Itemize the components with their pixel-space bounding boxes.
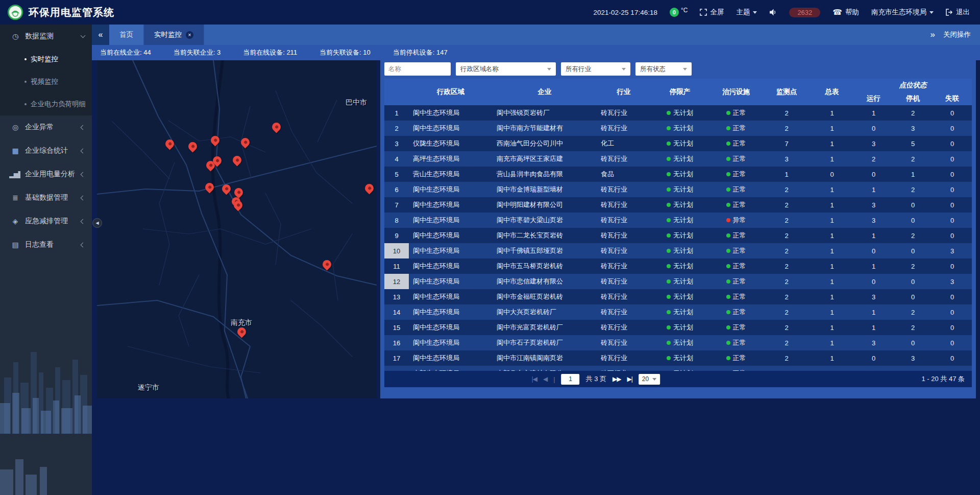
table-row-15[interactable]: 15阆中生态环境局阆中市光富页岩机砖厂砖瓦行业无计划正常21120 [384, 320, 972, 335]
table-row-10[interactable]: 10阆中生态环境局阆中千佛镇五郎垭页岩砖瓦行业无计划正常21003 [384, 243, 972, 258]
org-dropdown[interactable]: 南充市生态环境局 [871, 8, 934, 17]
cell-facility: 正常 [709, 335, 763, 350]
cell-company: 营山县润丰肉食品有限 [493, 167, 597, 182]
sidebar-item-3[interactable]: ▂▅▇企业用电量分析 [0, 162, 92, 186]
alarm-speaker-button[interactable] [769, 9, 777, 16]
close-operations-button[interactable]: 关闭操作 [943, 30, 971, 39]
chevron-left-icon [81, 125, 86, 130]
sidebar-item-1[interactable]: ◎企业异常 [0, 115, 92, 139]
cell-points: 2 [763, 258, 810, 274]
table-row-1[interactable]: 1阆中生态环境局阆中强锐页岩砖厂砖瓦行业无计划正常21120 [384, 105, 972, 121]
cell-points: 2 [763, 197, 810, 213]
table-row-13[interactable]: 13阆中生态环境局阆中市金福旺页岩机砖砖瓦行业无计划正常21300 [384, 289, 972, 304]
table-row-6[interactable]: 6阆中生态环境局阆中市金博瑞新型墙材砖瓦行业无计划正常21120 [384, 182, 972, 197]
help-label: 帮助 [845, 8, 859, 17]
chart-icon: ▂▅▇ [9, 170, 20, 178]
cell-offline: 0 [933, 335, 972, 350]
tab-close-icon[interactable]: × [186, 31, 193, 39]
alarm-count-badge[interactable]: 2632 [789, 8, 820, 17]
logout-button[interactable]: 退出 [946, 8, 970, 17]
name-filter-input[interactable] [384, 62, 451, 76]
cell-company: 阆中强锐页岩砖厂 [493, 105, 597, 121]
cell-running: 3 [854, 289, 893, 304]
sidebar-subitem-0-2[interactable]: 企业电力负荷明细 [0, 93, 92, 115]
header-stopped: 停机 [893, 92, 933, 105]
cell-region: 阆中生态环境局 [409, 228, 493, 243]
status-dot-green [667, 187, 671, 192]
cell-company: 阆中明阳建材有限公司 [493, 197, 597, 213]
cell-running: 0 [854, 167, 893, 182]
table-row-3[interactable]: 3仪陇生态环境局西南油气田分公司川中化工无计划正常71350 [384, 136, 972, 151]
sidebar-group-3: ▂▅▇企业用电量分析 [0, 162, 92, 186]
cell-running: 3 [854, 213, 893, 228]
table-row-12[interactable]: 12阆中生态环境局阆中市忠信建材有限公砖瓦行业无计划正常21003 [384, 274, 972, 289]
cell-facility: 正常 [709, 366, 763, 371]
sidebar-item-4[interactable]: ≣基础数据管理 [0, 186, 92, 209]
cell-meter: 1 [810, 320, 854, 335]
status-dot-green [726, 341, 730, 345]
sidebar-item-2[interactable]: ▦企业综合统计 [0, 139, 92, 162]
table-row-8[interactable]: 8阆中生态环境局阆中市枣碧大梁山页岩砖瓦行业无计划异常21300 [384, 213, 972, 228]
log-icon: ▤ [9, 241, 20, 249]
tabs-scroll-right-button[interactable]: » [930, 30, 935, 40]
chevron-left-icon [81, 219, 86, 224]
temperature-widget: 0 °C [670, 8, 688, 17]
city-skyline-decoration-2 [0, 454, 92, 495]
table-row-14[interactable]: 14阆中生态环境局阆中大兴页岩机砖厂砖瓦行业无计划正常21120 [384, 304, 972, 320]
cell-region: 阆中生态环境局 [409, 258, 493, 274]
prev-page-button[interactable]: ◀ [543, 375, 547, 383]
cell-stopped: 2 [893, 320, 933, 335]
cell-points: 2 [763, 213, 810, 228]
sidebar-item-5[interactable]: ◈应急减排管理 [0, 209, 92, 233]
cell-stopped: 2 [893, 182, 933, 197]
status-filter-select[interactable]: 所有状态 [635, 62, 692, 76]
cell-region: 阆中生态环境局 [409, 289, 493, 304]
cell-running: 1 [854, 320, 893, 335]
sidebar-subitem-0-1[interactable]: 视频监控 [0, 70, 92, 93]
map-panel[interactable]: 巴中市南充市遂宁市 [97, 60, 377, 398]
row-index: 11 [384, 258, 409, 274]
cell-running: 3 [854, 335, 893, 350]
tab-home[interactable]: 首页 [109, 25, 144, 45]
sidebar-subitem-0-0[interactable]: 实时监控 [0, 48, 92, 70]
table-row-2[interactable]: 2阆中生态环境局阆中市南方节能建材有砖瓦行业无计划正常21030 [384, 121, 972, 136]
sidebar-item-0[interactable]: ◷数据监测 [0, 25, 92, 48]
page-number-input[interactable] [561, 374, 580, 385]
status-dot-green [667, 142, 671, 146]
page-size-select[interactable]: 20 [639, 374, 660, 385]
table-row-18[interactable]: 18南部生态环境局南部县东方建材有限公砖瓦行业无计划正常21030 [384, 366, 972, 371]
first-page-button[interactable]: |◀ [532, 375, 537, 383]
industry-filter-select[interactable]: 所有行业 [561, 62, 630, 76]
cell-points: 2 [763, 320, 810, 335]
table-row-4[interactable]: 4高坪生态环境局南充市高坪区王家店建砖瓦行业无计划正常31220 [384, 151, 972, 167]
table-row-9[interactable]: 9阆中生态环境局阆中市二龙长宝页岩砖砖瓦行业无计划正常21120 [384, 228, 972, 243]
cell-industry: 砖瓦行业 [597, 350, 651, 366]
status-dot-green [667, 157, 671, 161]
table-row-5[interactable]: 5营山生态环境局营山县润丰肉食品有限食品无计划正常10010 [384, 167, 972, 182]
industry-filter-value: 所有行业 [566, 65, 591, 74]
table-row-7[interactable]: 7阆中生态环境局阆中明阳建材有限公司砖瓦行业无计划正常21300 [384, 197, 972, 213]
fullscreen-button[interactable]: 全屏 [700, 8, 724, 17]
cell-industry: 砖瓦行业 [597, 243, 651, 258]
last-page-button[interactable]: ▶| [627, 375, 632, 383]
status-dot-green [726, 249, 730, 253]
status-dot-green [667, 264, 671, 268]
table-row-16[interactable]: 16阆中生态环境局阆中市石子页岩机砖厂砖瓦行业无计划正常21300 [384, 335, 972, 350]
cell-offline: 0 [933, 151, 972, 167]
sidebar-item-6[interactable]: ▤日志查看 [0, 233, 92, 256]
region-filter-select[interactable]: 行政区域名称 [456, 62, 556, 76]
theme-dropdown[interactable]: 主题 [736, 8, 757, 17]
cell-offline: 0 [933, 197, 972, 213]
next-page-button[interactable]: ▶▶ [612, 375, 621, 383]
row-index: 3 [384, 136, 409, 151]
tab-realtime-monitor[interactable]: 实时监控 × [144, 25, 204, 45]
help-button[interactable]: ☎ 帮助 [832, 8, 859, 17]
tabs-scroll-left-button[interactable]: « [92, 25, 109, 45]
pagination-controls: |◀ ◀ | 共 3 页 ▶▶ ▶| 20 [532, 374, 660, 385]
cell-meter: 1 [810, 304, 854, 320]
table-row-11[interactable]: 11阆中生态环境局阆中市五马桥页岩机砖砖瓦行业无计划正常21120 [384, 258, 972, 274]
collapse-map-button[interactable]: ◀ [92, 218, 102, 228]
cell-offline: 3 [933, 243, 972, 258]
status-dot-green [726, 279, 730, 284]
table-row-17[interactable]: 17阆中生态环境局阆中市江南镇阆南页岩砖瓦行业无计划正常21030 [384, 350, 972, 366]
